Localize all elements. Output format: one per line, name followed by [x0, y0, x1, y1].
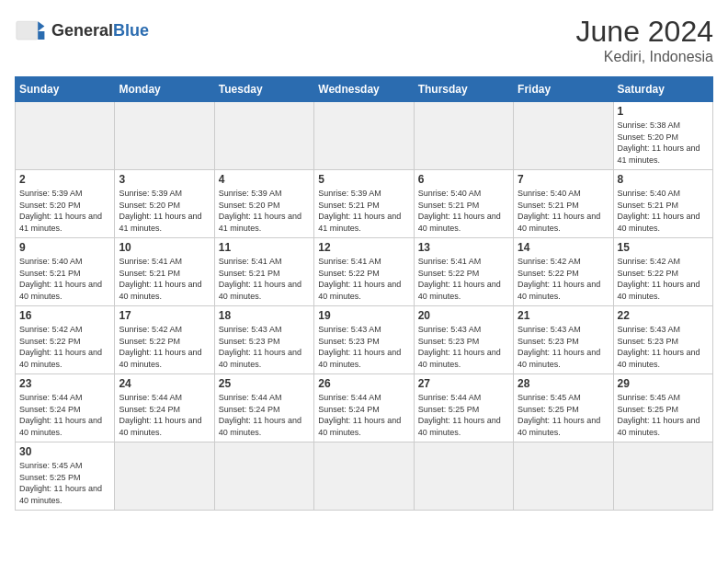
day-sun-info: Sunrise: 5:42 AMSunset: 5:22 PMDaylight:…: [618, 256, 709, 302]
empty-cell: [16, 102, 115, 170]
day-sun-info: Sunrise: 5:39 AMSunset: 5:20 PMDaylight:…: [119, 188, 210, 234]
day-sun-info: Sunrise: 5:39 AMSunset: 5:20 PMDaylight:…: [219, 188, 310, 234]
header-sunday: Sunday: [16, 77, 115, 102]
svg-rect-2: [38, 31, 44, 40]
day-number: 2: [19, 173, 110, 186]
day-cell-7: 7Sunrise: 5:40 AMSunset: 5:21 PMDaylight…: [514, 170, 613, 238]
logo-text: GeneralBlue: [51, 22, 149, 40]
day-cell-18: 18Sunrise: 5:43 AMSunset: 5:23 PMDayligh…: [214, 306, 313, 374]
header-monday: Monday: [115, 77, 214, 102]
day-cell-23: 23Sunrise: 5:44 AMSunset: 5:24 PMDayligh…: [16, 374, 115, 442]
day-cell-1: 1Sunrise: 5:38 AMSunset: 5:20 PMDaylight…: [613, 102, 712, 170]
day-cell-19: 19Sunrise: 5:43 AMSunset: 5:23 PMDayligh…: [314, 306, 414, 374]
day-number: 19: [318, 309, 409, 322]
empty-cell: [214, 442, 313, 511]
day-cell-24: 24Sunrise: 5:44 AMSunset: 5:24 PMDayligh…: [115, 374, 214, 442]
day-cell-27: 27Sunrise: 5:44 AMSunset: 5:25 PMDayligh…: [414, 374, 513, 442]
day-sun-info: Sunrise: 5:42 AMSunset: 5:22 PMDaylight:…: [119, 324, 210, 370]
day-number: 20: [418, 309, 509, 322]
day-number: 5: [318, 173, 409, 186]
empty-cell: [613, 442, 712, 511]
day-number: 8: [618, 173, 709, 186]
day-number: 17: [119, 309, 210, 322]
day-cell-5: 5Sunrise: 5:39 AMSunset: 5:21 PMDaylight…: [314, 170, 414, 238]
title-block: June 2024 Kediri, Indonesia: [576, 15, 713, 65]
day-number: 23: [19, 377, 110, 390]
location-subtitle: Kediri, Indonesia: [576, 49, 713, 65]
day-cell-25: 25Sunrise: 5:44 AMSunset: 5:24 PMDayligh…: [214, 374, 313, 442]
day-cell-10: 10Sunrise: 5:41 AMSunset: 5:21 PMDayligh…: [115, 238, 214, 306]
day-number: 9: [19, 241, 110, 254]
day-cell-9: 9Sunrise: 5:40 AMSunset: 5:21 PMDaylight…: [16, 238, 115, 306]
day-cell-20: 20Sunrise: 5:43 AMSunset: 5:23 PMDayligh…: [414, 306, 513, 374]
day-sun-info: Sunrise: 5:39 AMSunset: 5:20 PMDaylight:…: [19, 188, 110, 234]
calendar-row: 16Sunrise: 5:42 AMSunset: 5:22 PMDayligh…: [16, 306, 713, 374]
day-sun-info: Sunrise: 5:43 AMSunset: 5:23 PMDaylight:…: [318, 324, 409, 370]
day-sun-info: Sunrise: 5:44 AMSunset: 5:25 PMDaylight:…: [418, 392, 509, 438]
day-sun-info: Sunrise: 5:44 AMSunset: 5:24 PMDaylight:…: [19, 392, 110, 438]
day-sun-info: Sunrise: 5:45 AMSunset: 5:25 PMDaylight:…: [518, 392, 609, 438]
header-friday: Friday: [514, 77, 613, 102]
calendar-row: 9Sunrise: 5:40 AMSunset: 5:21 PMDaylight…: [16, 238, 713, 306]
day-number: 21: [518, 309, 609, 322]
day-number: 28: [518, 377, 609, 390]
day-number: 3: [119, 173, 210, 186]
day-sun-info: Sunrise: 5:41 AMSunset: 5:21 PMDaylight:…: [219, 256, 310, 302]
logo-general: General: [51, 21, 113, 40]
logo: GeneralBlue: [15, 15, 149, 48]
calendar-row: 2Sunrise: 5:39 AMSunset: 5:20 PMDaylight…: [16, 170, 713, 238]
weekday-header-row: Sunday Monday Tuesday Wednesday Thursday…: [16, 77, 713, 102]
empty-cell: [214, 102, 313, 170]
day-number: 4: [219, 173, 310, 186]
day-sun-info: Sunrise: 5:43 AMSunset: 5:23 PMDaylight:…: [219, 324, 310, 370]
day-number: 14: [518, 241, 609, 254]
logo-blue: Blue: [113, 21, 149, 40]
header-saturday: Saturday: [613, 77, 712, 102]
month-year-title: June 2024: [576, 15, 713, 49]
day-cell-26: 26Sunrise: 5:44 AMSunset: 5:24 PMDayligh…: [314, 374, 414, 442]
empty-cell: [314, 442, 414, 511]
empty-cell: [514, 442, 613, 511]
calendar-table: Sunday Monday Tuesday Wednesday Thursday…: [15, 76, 713, 511]
empty-cell: [414, 102, 513, 170]
day-number: 16: [19, 309, 110, 322]
day-cell-16: 16Sunrise: 5:42 AMSunset: 5:22 PMDayligh…: [16, 306, 115, 374]
day-sun-info: Sunrise: 5:43 AMSunset: 5:23 PMDaylight:…: [518, 324, 609, 370]
day-cell-21: 21Sunrise: 5:43 AMSunset: 5:23 PMDayligh…: [514, 306, 613, 374]
general-blue-logo-icon: [15, 15, 48, 48]
day-number: 15: [618, 241, 709, 254]
day-cell-13: 13Sunrise: 5:41 AMSunset: 5:22 PMDayligh…: [414, 238, 513, 306]
day-sun-info: Sunrise: 5:42 AMSunset: 5:22 PMDaylight:…: [19, 324, 110, 370]
day-sun-info: Sunrise: 5:44 AMSunset: 5:24 PMDaylight:…: [219, 392, 310, 438]
day-number: 12: [318, 241, 409, 254]
empty-cell: [414, 442, 513, 511]
day-cell-15: 15Sunrise: 5:42 AMSunset: 5:22 PMDayligh…: [613, 238, 712, 306]
day-cell-12: 12Sunrise: 5:41 AMSunset: 5:22 PMDayligh…: [314, 238, 414, 306]
empty-cell: [514, 102, 613, 170]
day-sun-info: Sunrise: 5:41 AMSunset: 5:22 PMDaylight:…: [318, 256, 409, 302]
day-number: 26: [318, 377, 409, 390]
day-sun-info: Sunrise: 5:41 AMSunset: 5:22 PMDaylight:…: [418, 256, 509, 302]
day-number: 27: [418, 377, 509, 390]
day-number: 22: [618, 309, 709, 322]
svg-rect-0: [17, 21, 38, 40]
day-number: 24: [119, 377, 210, 390]
header-wednesday: Wednesday: [314, 77, 414, 102]
day-cell-11: 11Sunrise: 5:41 AMSunset: 5:21 PMDayligh…: [214, 238, 313, 306]
page-header: GeneralBlue June 2024 Kediri, Indonesia: [15, 15, 713, 65]
header-thursday: Thursday: [414, 77, 513, 102]
day-cell-17: 17Sunrise: 5:42 AMSunset: 5:22 PMDayligh…: [115, 306, 214, 374]
day-sun-info: Sunrise: 5:40 AMSunset: 5:21 PMDaylight:…: [418, 188, 509, 234]
day-sun-info: Sunrise: 5:38 AMSunset: 5:20 PMDaylight:…: [618, 120, 709, 166]
day-cell-30: 30Sunrise: 5:45 AMSunset: 5:25 PMDayligh…: [16, 442, 115, 511]
day-sun-info: Sunrise: 5:44 AMSunset: 5:24 PMDaylight:…: [318, 392, 409, 438]
day-sun-info: Sunrise: 5:45 AMSunset: 5:25 PMDaylight:…: [618, 392, 709, 438]
day-sun-info: Sunrise: 5:40 AMSunset: 5:21 PMDaylight:…: [518, 188, 609, 234]
day-sun-info: Sunrise: 5:43 AMSunset: 5:23 PMDaylight:…: [418, 324, 509, 370]
day-cell-28: 28Sunrise: 5:45 AMSunset: 5:25 PMDayligh…: [514, 374, 613, 442]
day-sun-info: Sunrise: 5:40 AMSunset: 5:21 PMDaylight:…: [618, 188, 709, 234]
day-sun-info: Sunrise: 5:43 AMSunset: 5:23 PMDaylight:…: [618, 324, 709, 370]
day-sun-info: Sunrise: 5:39 AMSunset: 5:21 PMDaylight:…: [318, 188, 409, 234]
day-cell-3: 3Sunrise: 5:39 AMSunset: 5:20 PMDaylight…: [115, 170, 214, 238]
day-cell-6: 6Sunrise: 5:40 AMSunset: 5:21 PMDaylight…: [414, 170, 513, 238]
